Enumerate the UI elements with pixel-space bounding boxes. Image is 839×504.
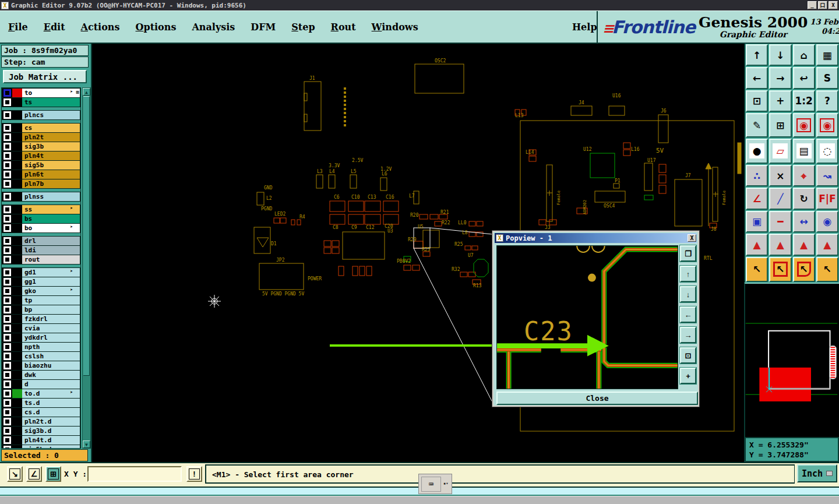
layer-visibility-checkbox[interactable] bbox=[3, 315, 11, 323]
rotate-button[interactable]: ↻ bbox=[793, 188, 815, 209]
layer-color-swatch[interactable] bbox=[12, 399, 22, 407]
pan-right-button[interactable]: → bbox=[769, 67, 791, 89]
layer-color-swatch[interactable] bbox=[12, 111, 22, 119]
layer-row-ts[interactable]: ts bbox=[2, 98, 80, 107]
net-endpoints-button[interactable]: ∴ bbox=[746, 165, 768, 186]
layer-color-swatch[interactable] bbox=[12, 445, 22, 449]
layer-row-bo[interactable]: bo➤ bbox=[2, 224, 80, 232]
layer-color-swatch[interactable] bbox=[12, 246, 22, 255]
resize-pads-button[interactable]: ▣ bbox=[746, 211, 768, 232]
layer-color-swatch[interactable] bbox=[12, 343, 22, 351]
layer-visibility-checkbox[interactable] bbox=[3, 269, 11, 276]
layer-row-to.d[interactable]: to.d➤ bbox=[2, 389, 80, 398]
layer-color-swatch[interactable] bbox=[12, 124, 22, 132]
layer-color-swatch[interactable] bbox=[12, 333, 22, 342]
layer-visibility-checkbox[interactable] bbox=[3, 390, 11, 397]
layer-color-swatch[interactable] bbox=[12, 224, 22, 232]
layer-color-swatch[interactable] bbox=[12, 151, 22, 160]
layer-color-swatch[interactable] bbox=[12, 192, 22, 201]
delete-point-button[interactable]: × bbox=[769, 165, 791, 186]
zoom-out-button[interactable]: ↓ bbox=[769, 44, 791, 66]
layer-visibility-checkbox[interactable] bbox=[3, 371, 11, 379]
layer-color-swatch[interactable] bbox=[12, 427, 22, 435]
layer-row-sig3b[interactable]: sig3b bbox=[2, 142, 80, 151]
layer-color-swatch[interactable] bbox=[12, 205, 22, 214]
layers-traffic-b-button[interactable]: ◉ bbox=[816, 113, 838, 137]
layer-row-pln4t.d[interactable]: pln4t.d bbox=[2, 436, 80, 445]
layer-color-swatch[interactable] bbox=[12, 161, 22, 170]
popview-pan-left-button[interactable]: ← bbox=[680, 306, 696, 323]
select-single-button[interactable]: ↖ bbox=[746, 257, 768, 282]
measure-ruler-button[interactable]: ▤ bbox=[793, 139, 815, 164]
layer-visibility-checkbox[interactable] bbox=[3, 427, 11, 435]
layer-color-swatch[interactable] bbox=[12, 268, 22, 277]
merge-circles-button[interactable]: ◉ bbox=[816, 211, 838, 232]
layer-visibility-checkbox[interactable] bbox=[3, 334, 11, 341]
layer-visibility-checkbox[interactable] bbox=[3, 111, 11, 119]
layer-color-swatch[interactable] bbox=[12, 89, 22, 97]
layer-row-pln7b[interactable]: pln7b bbox=[2, 179, 80, 188]
previous-view-button[interactable]: ↩ bbox=[793, 67, 815, 89]
menu-analysis[interactable]: Analysis bbox=[192, 22, 235, 33]
center-view-button[interactable]: + bbox=[769, 90, 791, 112]
popview-popout-view-button[interactable]: ❐ bbox=[680, 245, 696, 262]
transform-shape-button[interactable]: ▱ bbox=[769, 139, 791, 164]
layer-visibility-checkbox[interactable] bbox=[3, 446, 11, 449]
popview-canvas[interactable]: C23 bbox=[497, 246, 678, 389]
keyboard-icon[interactable]: ⌨ bbox=[421, 477, 441, 492]
layer-color-swatch[interactable] bbox=[12, 133, 22, 142]
layer-row-ydkdrl[interactable]: ydkdrl bbox=[2, 333, 80, 342]
arrow-under-line-button[interactable]: ▲ bbox=[746, 234, 768, 255]
menu-windows[interactable]: Windows bbox=[372, 22, 418, 33]
select-frame-button[interactable]: ↖ bbox=[769, 257, 791, 282]
select-reference-button[interactable]: ● bbox=[746, 139, 768, 164]
select-net-button[interactable]: ↖ bbox=[816, 257, 838, 282]
snap-angle-button[interactable]: ∠ bbox=[26, 466, 42, 482]
layer-row-bp[interactable]: bp bbox=[2, 305, 80, 314]
layer-row-sig5b[interactable]: sig5b bbox=[2, 161, 80, 170]
layer-color-swatch[interactable] bbox=[12, 255, 22, 264]
layer-visibility-checkbox[interactable] bbox=[3, 362, 11, 369]
title-bar[interactable]: X Graphic Editor 9.07b2 (OO@HY-HYCAM-PC0… bbox=[0, 0, 839, 10]
layer-visibility-checkbox[interactable] bbox=[3, 418, 11, 425]
popview-zoom-in-button[interactable]: ↑ bbox=[680, 266, 696, 282]
mirror-flip-button[interactable]: F|F bbox=[816, 188, 838, 209]
popview-center-view-button[interactable]: + bbox=[680, 368, 696, 384]
overview-minimap[interactable] bbox=[744, 283, 839, 437]
layer-row-cvia[interactable]: cvia bbox=[2, 324, 80, 333]
layer-color-swatch[interactable] bbox=[12, 277, 22, 286]
ime-toolbar[interactable]: ⌨ ▪▾ bbox=[418, 474, 452, 494]
popview-content[interactable]: C23 bbox=[496, 245, 678, 389]
layer-row-rout[interactable]: rout bbox=[2, 255, 80, 264]
layer-row-pln4t[interactable]: pln4t bbox=[2, 151, 80, 160]
snap-diagonal-button[interactable]: ↘ bbox=[7, 466, 23, 482]
layer-visibility-checkbox[interactable] bbox=[3, 124, 11, 132]
layer-row-drl[interactable]: drl bbox=[2, 237, 80, 245]
popview-fit-window-button[interactable]: ⊡ bbox=[680, 347, 696, 364]
layer-row-ss[interactable]: ss➤ bbox=[2, 205, 80, 214]
layer-row-d[interactable]: d bbox=[2, 380, 80, 389]
layer-visibility-checkbox[interactable] bbox=[3, 436, 11, 444]
menu-edit[interactable]: Edit bbox=[44, 22, 65, 33]
layer-row-pln6t[interactable]: pln6t bbox=[2, 170, 80, 179]
layer-visibility-checkbox[interactable] bbox=[3, 224, 11, 232]
menu-help[interactable]: Help bbox=[572, 22, 597, 33]
layer-color-swatch[interactable] bbox=[12, 179, 22, 188]
layer-row-plnss[interactable]: plnss bbox=[2, 192, 80, 201]
layer-visibility-checkbox[interactable] bbox=[3, 287, 11, 295]
layer-row-dwk[interactable]: dwk bbox=[2, 371, 80, 379]
layer-visibility-checkbox[interactable] bbox=[3, 408, 11, 416]
arrow-hatch-button[interactable]: ▲ bbox=[816, 234, 838, 255]
layer-row-cs[interactable]: cs bbox=[2, 124, 80, 132]
job-matrix-button[interactable]: Job Matrix ... bbox=[3, 70, 87, 83]
layer-row-gd1[interactable]: gd1➤ bbox=[2, 268, 80, 277]
home-view-button[interactable]: ⌂ bbox=[793, 44, 815, 66]
layer-row-plncs[interactable]: plncs bbox=[2, 111, 80, 119]
popview-zoom-out-button[interactable]: ↓ bbox=[680, 286, 696, 302]
line-slope-button[interactable]: ╱ bbox=[769, 188, 791, 209]
popview-close-x-button[interactable]: X bbox=[688, 234, 696, 242]
layer-row-gko[interactable]: gko➤ bbox=[2, 287, 80, 295]
layers-traffic-a-button[interactable]: ◉ bbox=[793, 113, 815, 137]
layer-row-ts.d[interactable]: ts.d bbox=[2, 399, 80, 407]
layer-visibility-checkbox[interactable] bbox=[3, 278, 11, 286]
